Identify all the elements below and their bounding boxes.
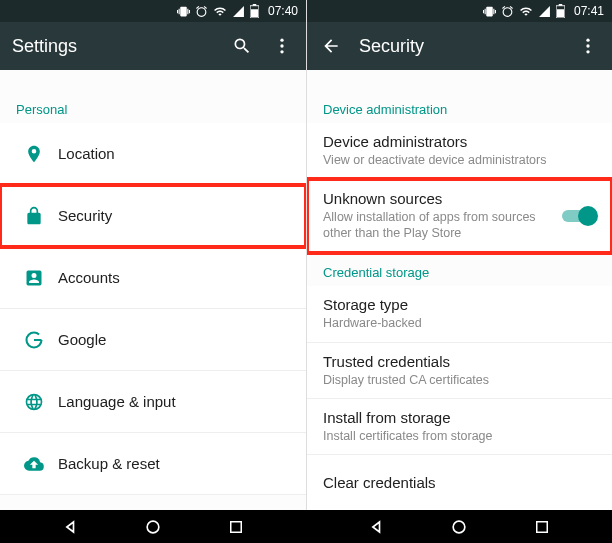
item-label: Backup & reset (58, 455, 290, 472)
item-install-from-storage[interactable]: Install from storage Install certificate… (307, 399, 612, 455)
cloud-upload-icon (16, 454, 52, 474)
battery-icon (556, 4, 565, 18)
item-device-administrators[interactable]: Device administrators View or deactivate… (307, 123, 612, 179)
status-bar: 07:41 (307, 0, 612, 22)
nav-home-icon[interactable] (447, 515, 471, 539)
list-item-location[interactable]: Location (0, 123, 306, 185)
svg-rect-2 (251, 9, 258, 17)
svg-point-3 (280, 39, 283, 42)
item-title: Trusted credentials (323, 353, 596, 370)
item-trusted-credentials[interactable]: Trusted credentials Display trusted CA c… (307, 343, 612, 399)
section-header-credential: Credential storage (307, 253, 612, 286)
signal-icon (232, 5, 245, 18)
security-list: Device administration Device administrat… (307, 70, 612, 510)
nav-recent-icon[interactable] (530, 515, 554, 539)
page-title: Security (359, 36, 560, 57)
nav-bar (0, 510, 612, 543)
nav-back-icon[interactable] (59, 515, 83, 539)
svg-point-9 (586, 39, 589, 42)
status-time: 07:40 (268, 4, 298, 18)
person-icon (16, 268, 52, 288)
svg-point-5 (280, 50, 283, 53)
search-icon[interactable] (230, 34, 254, 58)
nav-recent-icon[interactable] (224, 515, 248, 539)
nav-home-icon[interactable] (141, 515, 165, 539)
globe-icon (16, 392, 52, 412)
item-subtitle: View or deactivate device administrators (323, 152, 596, 168)
item-title: Unknown sources (323, 190, 562, 207)
item-label: Accounts (58, 269, 290, 286)
status-bar: 07:40 (0, 0, 306, 22)
page-title: Settings (12, 36, 214, 57)
item-title: Storage type (323, 296, 596, 313)
svg-rect-8 (557, 9, 564, 17)
item-subtitle: Display trusted CA certificates (323, 372, 596, 388)
list-item-language[interactable]: Language & input (0, 371, 306, 433)
item-subtitle: Hardware-backed (323, 315, 596, 331)
section-header-personal: Personal (0, 90, 306, 123)
nav-back-icon[interactable] (365, 515, 389, 539)
item-title: Device administrators (323, 133, 596, 150)
svg-rect-13 (230, 521, 241, 532)
svg-rect-15 (536, 521, 547, 532)
wifi-icon (519, 5, 533, 18)
app-bar: Security (307, 22, 612, 70)
signal-icon (538, 5, 551, 18)
unknown-sources-toggle[interactable] (562, 206, 596, 226)
app-bar: Settings (0, 22, 306, 70)
wifi-icon (213, 5, 227, 18)
alarm-icon (501, 5, 514, 18)
item-label: Google (58, 331, 290, 348)
item-label: Location (58, 145, 290, 162)
lock-icon (16, 206, 52, 226)
item-title: Clear credentials (323, 474, 596, 491)
item-label: Security (58, 207, 290, 224)
section-header-device-admin: Device administration (307, 90, 612, 123)
more-icon[interactable] (270, 34, 294, 58)
list-item-security[interactable]: Security (0, 185, 306, 247)
google-icon (16, 330, 52, 350)
list-item-backup[interactable]: Backup & reset (0, 433, 306, 495)
settings-screen: 07:40 Settings Personal Location (0, 0, 306, 510)
more-icon[interactable] (576, 34, 600, 58)
svg-point-10 (586, 44, 589, 47)
status-time: 07:41 (574, 4, 604, 18)
vibrate-icon (177, 5, 190, 18)
alarm-icon (195, 5, 208, 18)
item-subtitle: Allow installation of apps from sources … (323, 209, 562, 242)
svg-point-14 (453, 521, 465, 533)
item-subtitle: Install certificates from storage (323, 428, 596, 444)
item-clear-credentials[interactable]: Clear credentials (307, 455, 612, 510)
item-storage-type[interactable]: Storage type Hardware-backed (307, 286, 612, 342)
settings-list: Personal Location Security Accounts (0, 70, 306, 510)
battery-icon (250, 4, 259, 18)
back-icon[interactable] (319, 34, 343, 58)
security-screen: 07:41 Security Device administration Dev… (306, 0, 612, 510)
svg-point-11 (586, 50, 589, 53)
svg-point-4 (280, 44, 283, 47)
item-label: Language & input (58, 393, 290, 410)
item-unknown-sources[interactable]: Unknown sources Allow installation of ap… (307, 179, 612, 253)
item-title: Install from storage (323, 409, 596, 426)
vibrate-icon (483, 5, 496, 18)
svg-point-12 (147, 521, 159, 533)
location-icon (16, 144, 52, 164)
list-item-accounts[interactable]: Accounts (0, 247, 306, 309)
list-item-google[interactable]: Google (0, 309, 306, 371)
